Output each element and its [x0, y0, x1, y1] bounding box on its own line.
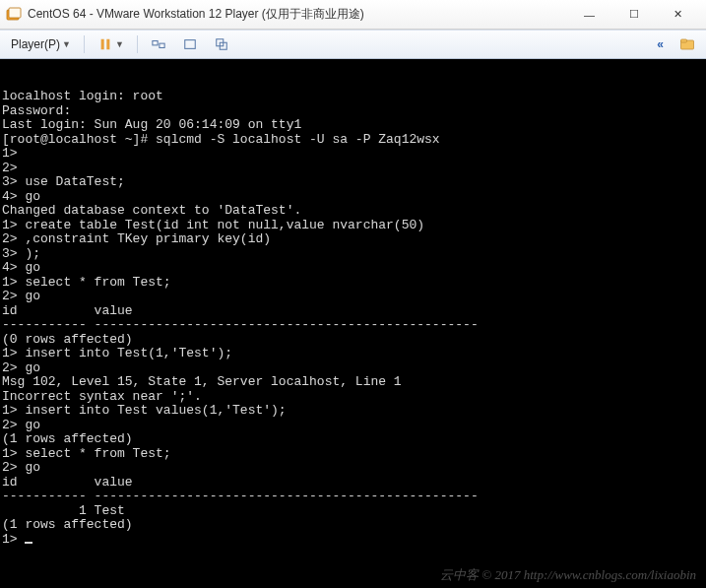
- terminal-line: 1> insert into Test(1,'Test');: [2, 347, 706, 361]
- titlebar: CentOS 64 - VMware Workstation 12 Player…: [0, 0, 706, 30]
- toolbar: Player(P) ▼ ▼ «: [0, 30, 706, 59]
- svg-rect-1: [9, 8, 21, 18]
- watermark-text: 云中客 © 2017 http://www.cnblogs.com/lixiao…: [440, 568, 696, 583]
- terminal-line: Changed database context to 'DataTest'.: [2, 204, 706, 219]
- player-menu-button[interactable]: Player(P) ▼: [4, 33, 78, 56]
- terminal-line: (0 rows affected): [2, 333, 706, 348]
- chevron-down-icon: ▼: [62, 39, 71, 49]
- collapse-toolbar-button[interactable]: «: [650, 33, 671, 56]
- maximize-button[interactable]: ☐: [611, 1, 656, 29]
- terminal-line: id value: [2, 304, 706, 319]
- terminal-line: 2> go: [2, 419, 706, 433]
- vmware-app-icon: [6, 7, 22, 23]
- terminal-line: Last login: Sun Aug 20 06:14:09 on tty1: [2, 118, 706, 133]
- terminal-line: 2> ,constraint TKey primary key(id): [2, 232, 706, 247]
- fullscreen-icon: [182, 36, 198, 52]
- terminal-line: Incorrect syntax near ';'.: [2, 390, 706, 405]
- terminal-line: 1>: [2, 147, 706, 162]
- terminal-cursor: [25, 542, 32, 544]
- svg-rect-6: [185, 40, 196, 49]
- svg-rect-4: [153, 41, 158, 45]
- terminal-line: 1>: [2, 533, 706, 548]
- terminal-line: 4> go: [2, 261, 706, 276]
- terminal-line: 1> select * from Test;: [2, 447, 706, 462]
- terminal-line: localhost login: root: [2, 90, 706, 104]
- unity-mode-button[interactable]: [207, 33, 236, 56]
- terminal-line: 3> );: [2, 247, 706, 262]
- terminal-line: 2> go: [2, 290, 706, 304]
- terminal-line: 2> go: [2, 461, 706, 476]
- terminal-line: 2>: [2, 162, 706, 176]
- fullscreen-button[interactable]: [175, 33, 205, 56]
- svg-rect-5: [160, 43, 164, 47]
- terminal-line: 1> select * from Test;: [2, 276, 706, 291]
- send-ctrl-alt-del-button[interactable]: [144, 33, 173, 56]
- terminal-line: 4> go: [2, 190, 706, 205]
- terminal-line: id value: [2, 476, 706, 490]
- pause-button[interactable]: ▼: [91, 33, 131, 56]
- terminal-line: 1 Test: [2, 504, 706, 519]
- manage-button[interactable]: [673, 33, 702, 56]
- terminal-line: (1 rows affected): [2, 518, 706, 533]
- folder-icon: [679, 36, 695, 52]
- terminal-line: Msg 102, Level 15, State 1, Server local…: [2, 375, 706, 390]
- minimize-button[interactable]: —: [567, 1, 611, 29]
- window-title: CentOS 64 - VMware Workstation 12 Player…: [28, 6, 567, 23]
- svg-rect-10: [681, 39, 687, 42]
- terminal-line: [root@localhost ~]# sqlcmd -S localhost …: [2, 133, 706, 148]
- toolbar-separator: [84, 35, 85, 53]
- unity-icon: [214, 36, 229, 52]
- svg-rect-3: [106, 39, 109, 50]
- terminal-line: 1> create table Test(id int not null,val…: [2, 219, 706, 233]
- svg-rect-2: [101, 39, 104, 50]
- send-keys-icon: [151, 36, 166, 52]
- toolbar-separator: [137, 35, 138, 53]
- pause-icon: [97, 36, 113, 52]
- player-menu-label: Player(P): [11, 37, 60, 51]
- terminal-line: 2> go: [2, 361, 706, 376]
- terminal-line: ----------- ----------------------------…: [2, 490, 706, 504]
- terminal-line: 1> insert into Test values(1,'Test');: [2, 404, 706, 419]
- window-controls: — ☐ ✕: [567, 1, 700, 29]
- chevron-down-icon: ▼: [115, 39, 124, 49]
- terminal-line: Password:: [2, 104, 706, 119]
- terminal-line: ----------- ----------------------------…: [2, 318, 706, 333]
- close-button[interactable]: ✕: [656, 1, 700, 29]
- double-chevron-icon: «: [657, 37, 664, 51]
- terminal-line: (1 rows affected): [2, 432, 706, 447]
- terminal-output[interactable]: localhost login: rootPassword:Last login…: [0, 59, 706, 588]
- terminal-line: 3> use DataTest;: [2, 175, 706, 190]
